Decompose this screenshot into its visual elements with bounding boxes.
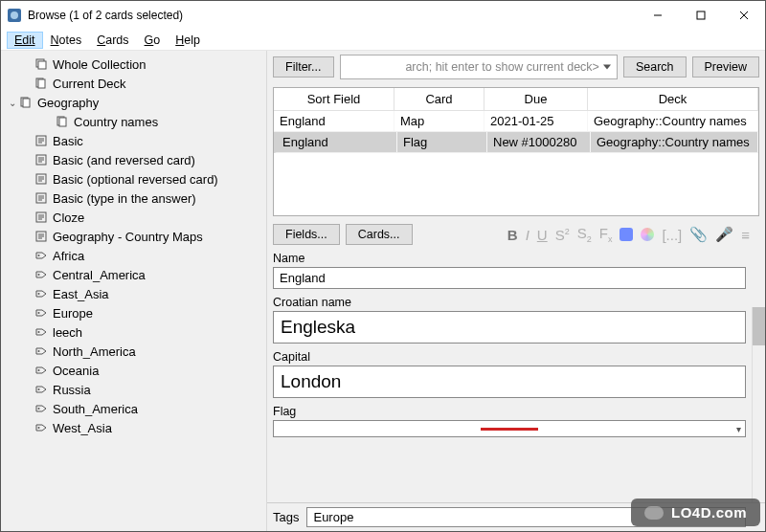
note-icon xyxy=(34,171,49,187)
svg-point-45 xyxy=(38,388,40,390)
sidebar[interactable]: Whole CollectionCurrent Deck⌄GeographyCo… xyxy=(1,51,267,531)
sidebar-label: Basic (type in the answer) xyxy=(53,191,196,206)
sidebar-item[interactable]: Basic (and reversed card) xyxy=(1,150,266,169)
sidebar-label: Country names xyxy=(74,115,158,129)
sidebar-label: Europe xyxy=(53,306,93,321)
sidebar-item[interactable]: Europe xyxy=(1,303,266,322)
table-cell: Map xyxy=(394,111,484,131)
field-input-capital[interactable] xyxy=(273,366,746,398)
sidebar-label: East_Asia xyxy=(53,287,109,301)
search-button[interactable]: Search xyxy=(623,56,687,78)
sidebar-item[interactable]: Cloze xyxy=(1,208,266,227)
minimize-button[interactable] xyxy=(636,1,679,30)
sidebar-item[interactable]: Basic (optional reversed card) xyxy=(1,169,266,188)
sidebar-item[interactable]: leech xyxy=(1,322,266,342)
sidebar-label: leech xyxy=(53,325,82,340)
maximize-button[interactable] xyxy=(679,1,722,30)
sidebar-label: Geography xyxy=(37,96,99,110)
table-cell: Flag xyxy=(397,132,487,152)
field-input-croatian-name[interactable] xyxy=(273,311,746,344)
fields-area: NameCroatian nameCapitalFlag xyxy=(273,249,759,502)
sidebar-item[interactable]: Africa xyxy=(1,246,266,265)
menu-edit[interactable]: Edit xyxy=(7,32,43,49)
highlight-icon[interactable] xyxy=(620,228,633,241)
menu-cards[interactable]: Cards xyxy=(89,32,136,49)
caret-icon[interactable]: ⌄ xyxy=(7,98,18,108)
more-icon[interactable]: ≡ xyxy=(741,227,750,243)
field-label: Croatian name xyxy=(273,296,746,309)
top-controls: Filter... arch; hit enter to show curren… xyxy=(273,55,759,79)
table-cell: Geography::Country names xyxy=(591,132,758,152)
col-sortfield[interactable]: Sort Field xyxy=(274,88,394,110)
record-icon[interactable]: 🎤 xyxy=(715,226,733,243)
sidebar-label: Geography - Country Maps xyxy=(53,230,203,244)
svg-point-42 xyxy=(38,331,40,333)
sidebar-item[interactable]: Geography - Country Maps xyxy=(1,227,266,246)
preview-button[interactable]: Preview xyxy=(692,56,759,78)
svg-rect-11 xyxy=(23,99,30,107)
tag-icon xyxy=(34,286,49,301)
tag-icon xyxy=(34,248,49,263)
sidebar-item[interactable]: Current Deck xyxy=(1,74,266,93)
table-row[interactable]: EnglandFlagNew #1000280Geography::Countr… xyxy=(274,132,758,153)
menu-help[interactable]: Help xyxy=(168,32,208,49)
sidebar-item[interactable]: Whole Collection xyxy=(1,55,266,74)
tag-icon xyxy=(34,324,49,340)
sidebar-item[interactable]: West_Asia xyxy=(1,418,266,437)
table-cell: Geography::Country names xyxy=(588,111,758,131)
search-input[interactable]: arch; hit enter to show current deck> xyxy=(340,55,618,79)
sidebar-item[interactable]: Basic xyxy=(1,131,266,150)
close-button[interactable] xyxy=(722,1,765,30)
sidebar-item[interactable]: North_America xyxy=(1,342,266,361)
menubar: Edit Notes Cards Go Help xyxy=(1,30,765,51)
svg-point-43 xyxy=(38,350,40,352)
fields-button[interactable]: Fields... xyxy=(273,224,340,245)
col-deck[interactable]: Deck xyxy=(588,88,758,110)
note-icon xyxy=(34,133,49,148)
superscript-icon[interactable]: S2 xyxy=(555,227,570,243)
titlebar: Browse (1 of 2 cards selected) xyxy=(1,1,765,30)
bold-icon[interactable]: B xyxy=(507,227,518,243)
sidebar-item[interactable]: ⌄Geography xyxy=(1,93,266,112)
sidebar-item[interactable]: Basic (type in the answer) xyxy=(1,188,266,208)
editor-scrollbar[interactable] xyxy=(752,307,765,502)
italic-icon[interactable]: I xyxy=(526,227,529,243)
sidebar-item[interactable]: Country names xyxy=(1,112,266,131)
sidebar-label: North_America xyxy=(53,344,136,359)
cloze-icon[interactable]: [...] xyxy=(662,227,682,243)
svg-point-47 xyxy=(38,427,40,429)
attach-icon[interactable]: 📎 xyxy=(689,226,708,243)
sidebar-label: Whole Collection xyxy=(53,57,146,72)
note-icon xyxy=(34,190,49,206)
body: Whole CollectionCurrent Deck⌄GeographyCo… xyxy=(1,51,765,531)
color-icon[interactable] xyxy=(641,228,654,241)
menu-notes[interactable]: Notes xyxy=(43,32,90,49)
table-cell: England xyxy=(277,132,397,152)
menu-go[interactable]: Go xyxy=(137,32,169,49)
subscript-icon[interactable]: S2 xyxy=(577,225,592,244)
tag-icon xyxy=(34,382,49,397)
svg-rect-9 xyxy=(38,79,45,88)
sidebar-item[interactable]: Oceania xyxy=(1,361,266,380)
field-input-name[interactable] xyxy=(273,267,746,289)
filter-button[interactable]: Filter... xyxy=(273,56,334,78)
cards-table[interactable]: Sort Field Card Due Deck EnglandMap2021-… xyxy=(273,87,759,216)
svg-point-46 xyxy=(38,408,40,410)
sidebar-item[interactable]: East_Asia xyxy=(1,284,266,303)
col-card[interactable]: Card xyxy=(394,88,484,110)
svg-rect-13 xyxy=(59,118,66,126)
cards-button[interactable]: Cards... xyxy=(346,224,413,245)
sidebar-label: Africa xyxy=(53,249,84,263)
flag-field[interactable] xyxy=(273,420,746,437)
clear-format-icon[interactable]: Fx xyxy=(599,225,613,244)
sidebar-item[interactable]: Russia xyxy=(1,380,266,399)
sidebar-label: Central_America xyxy=(53,268,146,282)
sidebar-label: South_America xyxy=(53,402,138,416)
underline-icon[interactable]: U xyxy=(537,227,548,243)
sidebar-item[interactable]: Central_America xyxy=(1,265,266,284)
col-due[interactable]: Due xyxy=(484,88,588,110)
deck-icon xyxy=(34,76,49,91)
table-row[interactable]: EnglandMap2021-01-25Geography::Country n… xyxy=(274,111,758,132)
sidebar-item[interactable]: South_America xyxy=(1,399,266,418)
svg-point-38 xyxy=(38,255,40,256)
